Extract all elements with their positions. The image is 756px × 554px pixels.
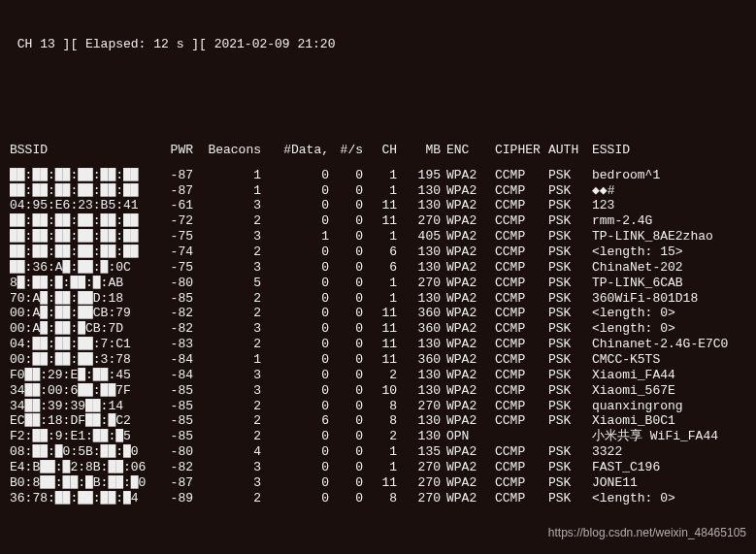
- cell-auth: PSK: [548, 260, 592, 276]
- cell-ch: 8: [369, 399, 403, 414]
- cell-bssid: 04:██:██:██:7:C1: [10, 337, 160, 352]
- cell-enc: WPA2: [446, 352, 495, 368]
- cell-ps: 0: [335, 475, 369, 491]
- cell-enc: WPA2: [446, 368, 495, 383]
- cell-cipher: CCMP: [495, 460, 548, 475]
- cell-mb: 130: [403, 244, 446, 260]
- cell-mb: 195: [403, 168, 446, 183]
- cell-ps: 0: [335, 399, 369, 414]
- cell-auth: PSK: [548, 368, 592, 383]
- cell-cipher: CCMP: [495, 444, 548, 460]
- cell-auth: PSK: [548, 444, 592, 460]
- ap-row: 00:A█:██:██CB:79-8220011360WPA2CCMPPSK<l…: [10, 306, 734, 321]
- status-line: CH 13 ][ Elapsed: 12 s ][ 2021-02-09 21:…: [10, 37, 746, 52]
- cell-data: 0: [267, 337, 335, 352]
- cell-beacons: 2: [199, 399, 267, 414]
- cell-data: 0: [267, 491, 335, 506]
- cell-bssid: ██:██:██:██:██:██: [10, 183, 160, 199]
- cell-auth: PSK: [548, 413, 592, 429]
- cell-ch: 8: [369, 413, 403, 429]
- cell-enc: WPA2: [446, 460, 495, 475]
- cell-mb: 130: [403, 291, 446, 307]
- cell-bssid: 70:A█:██:██D:18: [10, 291, 160, 307]
- cell-enc: WPA2: [446, 213, 495, 229]
- cell-cipher: CCMP: [495, 276, 548, 291]
- cell-auth: PSK: [548, 491, 592, 506]
- col-beacons: Beacons: [199, 143, 267, 158]
- cell-ch: 11: [369, 337, 403, 352]
- cell-mb: 270: [403, 475, 446, 491]
- cell-cipher: CCMP: [495, 306, 548, 321]
- cell-ps: 0: [335, 383, 369, 399]
- cell-enc: WPA2: [446, 306, 495, 321]
- cell-essid: ◆◆#: [592, 183, 734, 199]
- ap-row: 00:A█:██:█CB:7D-8230011360WPA2CCMPPSK<le…: [10, 321, 734, 337]
- cell-essid: Chinanet-2.4G-E7C0: [592, 337, 734, 352]
- cell-beacons: 2: [199, 337, 267, 352]
- ap-row: 00:██:██:██:3:78-8410011360WPA2CCMPPSKCM…: [10, 352, 734, 368]
- cell-cipher: CCMP: [495, 475, 548, 491]
- cell-cipher: CCMP: [495, 491, 548, 506]
- cell-data: 6: [267, 413, 335, 429]
- cell-mb: 130: [403, 198, 446, 213]
- cell-bssid: ██:██:██:██:██:██: [10, 168, 160, 183]
- cell-beacons: 3: [199, 368, 267, 383]
- cell-essid: <length: 0>: [592, 306, 734, 321]
- ap-row: ██:██:██:██:██:██-753101405WPA2CCMPPSKTP…: [10, 229, 734, 244]
- cell-essid: 小米共享 WiFi_FA44: [592, 429, 734, 444]
- col-essid: ESSID: [592, 143, 734, 158]
- cell-cipher: CCMP: [495, 229, 548, 244]
- cell-beacons: 3: [199, 383, 267, 399]
- cell-auth: PSK: [548, 460, 592, 475]
- cell-data: 0: [267, 321, 335, 337]
- cell-pwr: -75: [160, 229, 199, 244]
- cell-cipher: CCMP: [495, 337, 548, 352]
- cell-beacons: 2: [199, 491, 267, 506]
- ap-row: 34██:00:6██:██7F-8530010130WPA2CCMPPSKXi…: [10, 383, 734, 399]
- cell-essid: ChinaNet-202: [592, 260, 734, 276]
- cell-data: 1: [267, 229, 335, 244]
- cell-bssid: 04:95:E6:23:B5:41: [10, 198, 160, 213]
- cell-enc: WPA2: [446, 337, 495, 352]
- ap-row: 8█:██:█:██:█:AB-805001270WPA2CCMPPSKTP-L…: [10, 276, 734, 291]
- cell-ps: 0: [335, 260, 369, 276]
- cell-data: 0: [267, 291, 335, 307]
- cell-essid: <length: 0>: [592, 321, 734, 337]
- cell-ch: 1: [369, 183, 403, 199]
- cell-bssid: EC██:18:DF██:█C2: [10, 413, 160, 429]
- cell-auth: PSK: [548, 383, 592, 399]
- cell-essid: JONE11: [592, 475, 734, 491]
- cell-ps: 0: [335, 352, 369, 368]
- cell-auth: PSK: [548, 229, 592, 244]
- cell-cipher: CCMP: [495, 168, 548, 183]
- cell-auth: PSK: [548, 352, 592, 368]
- cell-pwr: -84: [160, 352, 199, 368]
- ap-row: B0:8██:██:█B:██:█0-8730011270WPA2CCMPPSK…: [10, 475, 734, 491]
- cell-data: 0: [267, 383, 335, 399]
- cell-essid: <length: 15>: [592, 244, 734, 260]
- cell-mb: 360: [403, 352, 446, 368]
- cell-essid: Xiaomi_B0C1: [592, 413, 734, 429]
- cell-ps: 0: [335, 429, 369, 444]
- ap-row: 08:██:█0:5B:██:█0-804001135WPA2CCMPPSK33…: [10, 444, 734, 460]
- cell-ch: 8: [369, 491, 403, 506]
- ap-row: F2:██:9:E1:██:█5-852002130OPN 小米共享 WiFi_…: [10, 429, 734, 444]
- cell-auth: PSK: [548, 168, 592, 183]
- cell-ch: 2: [369, 429, 403, 444]
- cell-essid: bedroom^1: [592, 168, 734, 183]
- ap-row: 34██:39:39██:14-852008270WPA2CCMPPSKquan…: [10, 399, 734, 414]
- cell-data: 0: [267, 444, 335, 460]
- cell-mb: 270: [403, 276, 446, 291]
- cell-ps: 0: [335, 276, 369, 291]
- cell-beacons: 4: [199, 444, 267, 460]
- cell-data: 0: [267, 399, 335, 414]
- cell-pwr: -84: [160, 368, 199, 383]
- cell-enc: WPA2: [446, 168, 495, 183]
- cell-mb: 405: [403, 229, 446, 244]
- cell-auth: PSK: [548, 337, 592, 352]
- cell-enc: WPA2: [446, 413, 495, 429]
- cell-bssid: F2:██:9:E1:██:█5: [10, 429, 160, 444]
- ap-row: ██:██:██:██:██:██-871001195WPA2CCMPPSKbe…: [10, 168, 734, 183]
- col-ch: CH: [369, 143, 403, 158]
- cell-data: 0: [267, 352, 335, 368]
